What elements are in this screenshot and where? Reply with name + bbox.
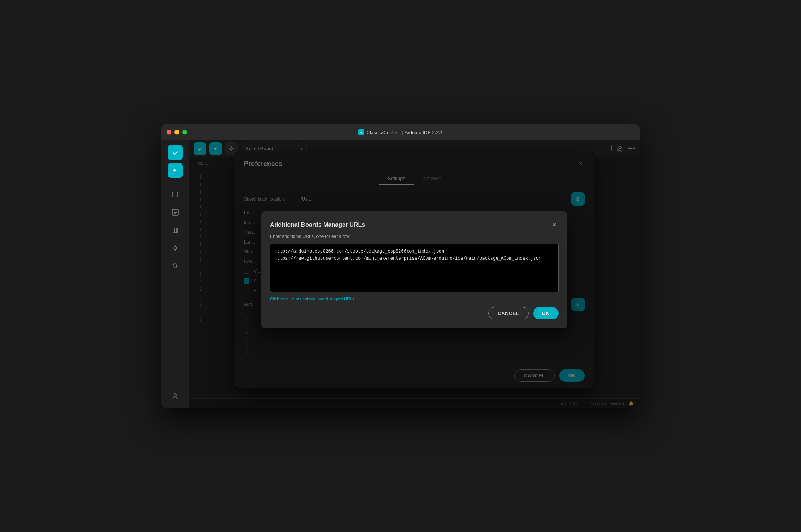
content-area: Select Board ▾ ⌇ ◎ ••• Clas... bbox=[189, 140, 640, 408]
svg-point-3 bbox=[173, 264, 177, 267]
preferences-overlay: Preferences ✕ Settings Network Sketchboo… bbox=[189, 140, 640, 408]
title-bar: ◈ ClassicComUnit | Arduino IDE 2.2.1 bbox=[161, 124, 640, 140]
sub-dialog-description: Enter additional URLs, one for each row bbox=[270, 234, 559, 239]
additional-boards-overlay: Additional Boards Manager URLs ✕ Enter a… bbox=[235, 152, 594, 388]
sub-dialog-cancel-button[interactable]: CANCEL bbox=[488, 307, 528, 319]
url-textarea[interactable]: http://arduino.esp8266.com/stable/packag… bbox=[270, 244, 559, 292]
sub-dialog-title: Additional Boards Manager URLs bbox=[270, 222, 365, 228]
main-window: ◈ ClassicComUnit | Arduino IDE 2.2.1 bbox=[161, 124, 640, 408]
sub-dialog-buttons: CANCEL OK bbox=[270, 307, 559, 319]
sidebar-item-sketchbook[interactable] bbox=[168, 187, 183, 202]
sub-dialog-close-button[interactable]: ✕ bbox=[550, 220, 559, 229]
sidebar-item-upload[interactable] bbox=[168, 163, 183, 178]
sub-dialog-header: Additional Boards Manager URLs ✕ bbox=[270, 220, 559, 229]
app-icon: ◈ bbox=[358, 129, 364, 135]
main-area: Select Board ▾ ⌇ ◎ ••• Clas... bbox=[161, 140, 640, 408]
minimize-window-button[interactable] bbox=[174, 130, 179, 135]
traffic-lights bbox=[167, 130, 187, 135]
sidebar-item-library-manager[interactable] bbox=[168, 223, 183, 238]
sidebar-item-search[interactable] bbox=[168, 259, 183, 273]
svg-point-2 bbox=[174, 247, 177, 250]
sidebar-item-account[interactable] bbox=[168, 389, 183, 403]
sub-dialog-ok-button[interactable]: OK bbox=[533, 307, 559, 319]
svg-rect-0 bbox=[173, 192, 178, 197]
window-title: ◈ ClassicComUnit | Arduino IDE 2.2.1 bbox=[358, 129, 443, 135]
sidebar-bottom bbox=[168, 389, 183, 403]
sidebar-item-board-manager[interactable] bbox=[168, 205, 183, 220]
sidebar-item-verify[interactable] bbox=[168, 145, 183, 160]
svg-point-4 bbox=[174, 394, 176, 396]
sidebar bbox=[161, 140, 189, 408]
unofficial-boards-link[interactable]: Click for a list of unofficial board sup… bbox=[270, 297, 559, 301]
preferences-dialog: Preferences ✕ Settings Network Sketchboo… bbox=[235, 152, 594, 388]
close-window-button[interactable] bbox=[167, 130, 171, 135]
maximize-window-button[interactable] bbox=[182, 130, 187, 135]
sidebar-item-debug[interactable] bbox=[168, 241, 183, 256]
additional-boards-dialog: Additional Boards Manager URLs ✕ Enter a… bbox=[261, 211, 567, 328]
